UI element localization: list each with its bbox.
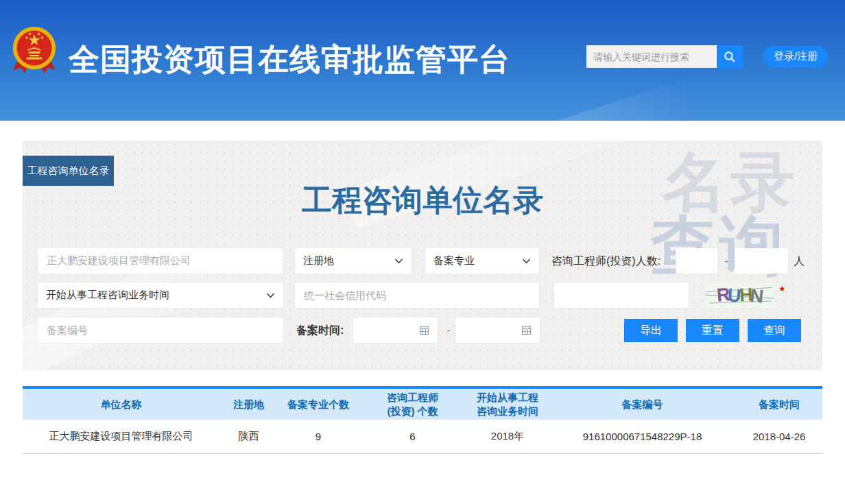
col-header-start-time: 开始从事工程 咨询业务时间: [466, 389, 549, 420]
credit-code-input[interactable]: [295, 283, 539, 308]
chevron-down-icon: [522, 259, 531, 264]
register-place-select-value: 注册地: [303, 254, 334, 267]
engineer-count-min-input[interactable]: [676, 248, 718, 274]
record-time-label: 备案时间:: [296, 317, 344, 343]
table-header-row: 单位名称 注册地 备案专业个数 咨询工程师 (投资) 个数 开始从事工程 咨询业…: [23, 389, 822, 420]
results-table-wrap: 单位名称 注册地 备案专业个数 咨询工程师 (投资) 个数 开始从事工程 咨询业…: [23, 386, 822, 454]
site-header: 全国投资项目在线审批监管平台 登录/注册: [0, 0, 845, 121]
engineer-count-max-input[interactable]: [735, 248, 788, 274]
record-number-input[interactable]: [38, 317, 283, 343]
col-header-register-place: 注册地: [219, 389, 278, 420]
person-unit-label: 人: [794, 248, 805, 274]
query-button[interactable]: 查询: [748, 319, 801, 342]
register-place-select[interactable]: 注册地: [295, 248, 412, 274]
results-table: 单位名称 注册地 备案专业个数 咨询工程师 (投资) 个数 开始从事工程 咨询业…: [23, 389, 822, 454]
tab-consulting-unit-directory[interactable]: 工程咨询单位名录: [23, 156, 114, 186]
record-time-end-input[interactable]: [455, 317, 540, 343]
national-emblem-logo: [11, 23, 58, 74]
captcha-image[interactable]: R U H N: [705, 283, 775, 308]
site-title: 全国投资项目在线审批监管平台: [69, 39, 510, 80]
chevron-down-icon: [394, 259, 403, 264]
search-icon: [724, 51, 736, 63]
col-header-record-time: 备案时间: [736, 389, 822, 420]
cell-unit-name: 正大鹏安建设项目管理有限公司: [23, 420, 219, 453]
cell-start-time: 2018年: [466, 420, 549, 453]
engineer-count-label: 咨询工程师(投资)人数:: [551, 248, 660, 274]
start-business-time-select[interactable]: 开始从事工程咨询业务时间: [38, 283, 283, 308]
record-major-select-value: 备案专业: [433, 254, 475, 267]
search-input[interactable]: [586, 45, 717, 68]
reset-button[interactable]: 重置: [686, 319, 739, 342]
record-major-select[interactable]: 备案专业: [425, 248, 539, 274]
required-asterisk: *: [780, 285, 785, 298]
export-button[interactable]: 导出: [624, 319, 678, 342]
col-header-engineer-count: 咨询工程师 (投资) 个数: [359, 389, 466, 420]
chevron-down-icon: [266, 293, 275, 298]
date-separator: -: [443, 317, 454, 343]
search-button[interactable]: [717, 45, 743, 68]
national-emblem-icon: [11, 23, 58, 74]
start-business-time-select-value: 开始从事工程咨询业务时间: [46, 289, 169, 302]
cell-record-number: 91610000671548229P-18: [549, 420, 736, 453]
cell-record-time: 2018-04-26: [736, 420, 822, 453]
page-title: 工程咨询单位名录: [23, 180, 822, 221]
table-row[interactable]: 正大鹏安建设项目管理有限公司 陕西 9 6 2018年 916100006715…: [23, 420, 822, 453]
col-header-unit-name: 单位名称: [23, 389, 219, 420]
query-panel: 名录 查询 工程咨询单位名录 工程咨询单位名录 注册地 备案专业 咨询工程师(投…: [23, 141, 822, 370]
captcha-input[interactable]: [554, 283, 689, 308]
cell-major-count: 9: [278, 420, 359, 453]
page: 全国投资项目在线审批监管平台 登录/注册 名录 查询 工程咨询单位名录 工程咨询…: [0, 0, 845, 504]
cell-register-place: 陕西: [219, 420, 278, 453]
header-search: [586, 45, 743, 68]
col-header-major-count: 备案专业个数: [278, 389, 359, 420]
company-name-input[interactable]: [38, 248, 283, 274]
range-separator: -: [719, 248, 733, 274]
col-header-record-number: 备案编号: [549, 389, 736, 420]
calendar-icon: [521, 325, 532, 335]
record-time-start-input[interactable]: [353, 317, 438, 343]
cell-engineer-count: 6: [359, 420, 466, 453]
login-register-button[interactable]: 登录/注册: [763, 46, 828, 67]
calendar-icon: [419, 325, 429, 335]
